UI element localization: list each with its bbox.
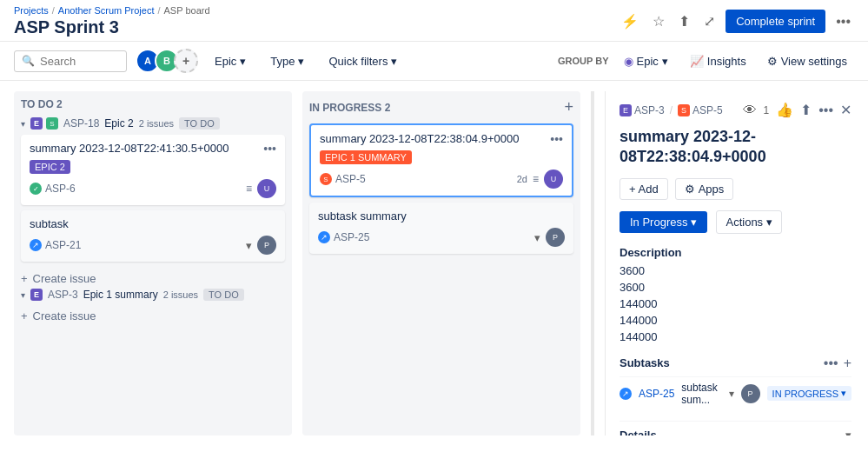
quick-filters[interactable]: Quick filters ▾ xyxy=(321,50,405,72)
epic-filter[interactable]: Epic ▾ xyxy=(207,50,254,72)
card-asp5-title: summary 2023-12-08T22:38:04.9+0000 xyxy=(320,132,519,145)
epic1-status: TO DO xyxy=(203,289,244,301)
sprint-title: ASP Sprint 3 xyxy=(14,17,210,37)
assignee-avatar-3: U xyxy=(544,170,563,189)
add-member-button[interactable]: + xyxy=(174,49,198,73)
view-settings-button[interactable]: ⚙ View settings xyxy=(760,51,854,71)
panel-story-id[interactable]: S ASP-5 xyxy=(678,104,723,116)
card-asp21-title: subtask xyxy=(30,217,276,230)
group-by-section: GROUP BY ◉ Epic ▾ 📈 Insights ⚙ View sett… xyxy=(558,50,854,72)
actions-dropdown[interactable]: Actions ▾ xyxy=(716,210,782,234)
thumbs-up-icon[interactable]: 👍 xyxy=(776,102,793,118)
inprogress-add-button[interactable]: + xyxy=(564,98,573,116)
subtask-icon-2: ↗ xyxy=(318,231,330,243)
epic1-chevron[interactable]: ▾ xyxy=(21,290,25,300)
complete-sprint-button[interactable]: Complete sprint xyxy=(726,10,825,33)
search-input[interactable] xyxy=(40,55,109,68)
panel-divider xyxy=(591,91,594,435)
assignee-avatar: U xyxy=(257,179,276,198)
card-asp6-title: summary 2023-12-08T22:41:30.5+0000 xyxy=(30,142,229,155)
share-icon[interactable]: ⬆ xyxy=(675,10,693,33)
card-asp6-menu[interactable]: ••• xyxy=(263,142,276,156)
inprogress-column-title: IN PROGRESS 2 xyxy=(309,102,390,114)
todo-column-title: TO DO 2 xyxy=(21,98,63,110)
epic2-id: ASP-18 xyxy=(63,117,99,130)
chevron-icon: ▾ xyxy=(246,239,252,252)
inprogress-column-header: IN PROGRESS 2 + xyxy=(309,98,573,116)
epic2-count: 2 issues xyxy=(139,118,174,129)
group-by-epic[interactable]: ◉ Epic ▾ xyxy=(616,50,676,72)
avatar-group: A B + xyxy=(136,49,198,73)
desc-line-3: 144000 xyxy=(620,296,851,312)
priority-icon-2: ≡ xyxy=(533,173,539,185)
card-asp21-id: ↗ ASP-21 xyxy=(30,239,81,251)
card-asp5-menu[interactable]: ••• xyxy=(550,132,563,146)
panel-actions: 👁 1 👍 ⬆ ••• ✕ xyxy=(743,102,852,118)
epic2-chevron[interactable]: ▾ xyxy=(21,119,25,129)
star-icon[interactable]: ☆ xyxy=(649,10,668,33)
more-panel-icon[interactable]: ••• xyxy=(818,103,833,118)
subtask-icon: ↗ xyxy=(30,239,42,251)
chevron-down-icon-5[interactable]: ▾ xyxy=(845,429,851,435)
create-issue-epic2[interactable]: + Create issue xyxy=(21,269,96,289)
card-asp25: subtask summary ↗ ASP-25 ▾ P xyxy=(309,203,573,254)
epic1-id: ASP-3 xyxy=(48,289,78,301)
card-asp6-id: ✓ ASP-6 xyxy=(30,183,76,195)
subtask-assignee-avatar: P xyxy=(741,384,760,403)
chevron-down-icon-2: ▾ xyxy=(691,216,697,229)
in-progress-button[interactable]: In Progress ▾ xyxy=(620,211,707,233)
status-row: In Progress ▾ Actions ▾ xyxy=(620,210,851,234)
panel-epic-id[interactable]: E ASP-3 xyxy=(620,104,665,116)
panel-header: E ASP-3 / S ASP-5 👁 1 👍 ⬆ ••• ✕ xyxy=(620,102,851,118)
epic1-group: ▾ E ASP-3 Epic 1 summary 2 issues TO DO … xyxy=(21,289,285,326)
share-panel-icon[interactable]: ⬆ xyxy=(800,102,812,118)
create-issue-epic1[interactable]: + Create issue xyxy=(21,306,96,326)
todo-column: TO DO 2 ▾ E S ASP-18 Epic 2 2 issues TO … xyxy=(14,91,292,435)
epic2-group: ▾ E S ASP-18 Epic 2 2 issues TO DO summa… xyxy=(21,117,285,262)
apps-button[interactable]: ⚙ Epic Apps xyxy=(675,178,734,200)
desc-line-4: 144000 xyxy=(620,312,851,329)
add-button[interactable]: + Add xyxy=(620,178,668,200)
desc-line-2: 3600 xyxy=(620,279,851,296)
epic2-icon: E xyxy=(30,117,43,130)
epic1-header: ▾ E ASP-3 Epic 1 summary 2 issues TO DO xyxy=(21,289,285,301)
epic1-label: Epic 1 summary xyxy=(83,289,158,301)
subtask-panel-id[interactable]: ASP-25 xyxy=(639,388,674,400)
card-asp6-tag: EPIC 2 xyxy=(30,160,70,174)
expand-icon[interactable]: ⤢ xyxy=(700,10,719,33)
card-asp5-tag: EPIC 1 SUMMARY xyxy=(320,150,412,164)
chevron-down-icon: ▾ xyxy=(240,55,246,68)
lightning-icon[interactable]: ⚡ xyxy=(618,10,642,33)
card-asp5-footer: S ASP-5 2d ≡ U xyxy=(320,170,563,189)
subtask-actions: ••• + xyxy=(824,356,851,371)
card-asp21: subtask ↗ ASP-21 ▾ P xyxy=(21,210,285,262)
toolbar: 🔍 A B + Epic ▾ Type ▾ Quick filters ▾ GR… xyxy=(0,42,868,81)
board: TO DO 2 ▾ E S ASP-18 Epic 2 2 issues TO … xyxy=(0,81,868,446)
right-panel: E ASP-3 / S ASP-5 👁 1 👍 ⬆ ••• ✕ xyxy=(605,91,865,435)
card-asp6-actions: ≡ U xyxy=(246,179,276,198)
card-asp25-actions: ▾ P xyxy=(534,228,565,247)
assignee-avatar-4: P xyxy=(546,228,565,247)
watch-icon[interactable]: 👁 xyxy=(743,103,757,118)
more-options-icon[interactable]: ••• xyxy=(832,10,854,33)
card-asp25-title: subtask summary xyxy=(318,209,565,223)
subtasks-header: Subtasks ••• + xyxy=(620,356,851,371)
story-icon: ✓ xyxy=(30,183,42,195)
close-panel-button[interactable]: ✕ xyxy=(840,102,851,118)
insights-button[interactable]: 📈 Insights xyxy=(683,51,753,71)
subtask-status-badge[interactable]: IN PROGRESS ▾ xyxy=(767,386,851,401)
subtask-add-icon[interactable]: + xyxy=(844,356,851,371)
panel-epic-icon: E xyxy=(620,104,632,116)
card-asp5: summary 2023-12-08T22:38:04.9+0000 ••• E… xyxy=(309,123,573,197)
description-title: Description xyxy=(620,246,851,259)
card-asp6-footer: ✓ ASP-6 ≡ U xyxy=(30,179,276,198)
breadcrumb-project[interactable]: Another Scrum Project xyxy=(58,5,155,16)
breadcrumb-projects[interactable]: Projects xyxy=(14,5,49,16)
chart-icon: 📈 xyxy=(690,55,704,68)
subtask-more-icon[interactable]: ••• xyxy=(824,356,838,371)
plus-icon: + xyxy=(21,272,28,285)
chevron-down-icon-3: ▾ xyxy=(766,216,772,229)
type-filter[interactable]: Type ▾ xyxy=(262,50,312,72)
search-box[interactable]: 🔍 xyxy=(14,50,127,72)
subtask-panel-summary: subtask sum... xyxy=(681,382,721,406)
